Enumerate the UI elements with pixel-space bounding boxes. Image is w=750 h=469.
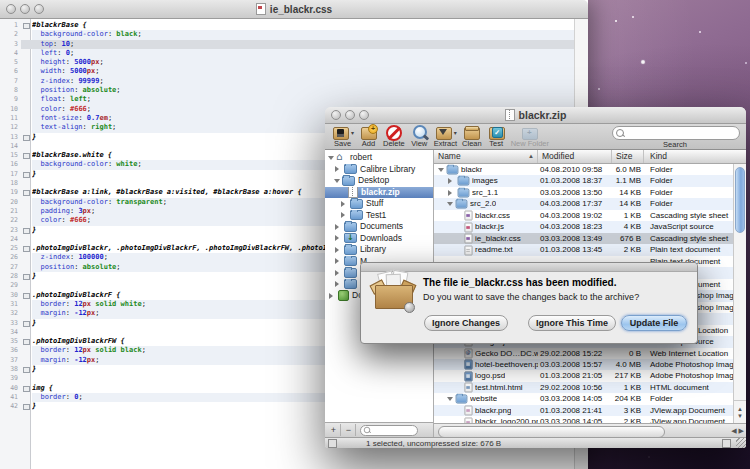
- disclosure-closed-icon[interactable]: [335, 258, 342, 264]
- toolbar-button-view[interactable]: View: [410, 125, 429, 149]
- resize-grip[interactable]: [736, 438, 746, 448]
- pane-toggle-icon[interactable]: [328, 439, 337, 448]
- cell-name: blackr: [434, 164, 538, 175]
- fold-marker-icon[interactable]: [23, 23, 30, 29]
- disclosure-open-icon[interactable]: [447, 397, 453, 404]
- disclosure-closed-icon[interactable]: [329, 293, 336, 299]
- fold-marker-icon[interactable]: [23, 339, 30, 345]
- archive-titlebar[interactable]: blackr.zip: [325, 107, 746, 124]
- close-button[interactable]: [6, 4, 16, 14]
- sidebar-item-blackr-zip[interactable]: blackr.zip: [325, 187, 433, 199]
- zoom-button[interactable]: [34, 4, 44, 14]
- fold-marker-icon[interactable]: [23, 404, 30, 410]
- search-input[interactable]: [624, 128, 738, 138]
- table-row-blackr-logo200-png[interactable]: blackr_logo200.png03.03.2008 14:052 KBJV…: [434, 416, 734, 423]
- line-number: 18: [0, 179, 21, 188]
- sidebar-item-downloads[interactable]: Downloads: [325, 233, 433, 245]
- disclosure-closed-icon[interactable]: [335, 281, 342, 287]
- minimize-button[interactable]: [345, 110, 355, 120]
- disclosure-open-icon[interactable]: [328, 156, 334, 163]
- disclosure-closed-icon[interactable]: [335, 247, 342, 253]
- disclosure-closed-icon[interactable]: [335, 224, 342, 230]
- table-row-hotel-beethoven-psd[interactable]: hotel-beethoven.psd03.03.2008 15:574.0 M…: [434, 359, 734, 370]
- disclosure-closed-icon[interactable]: [335, 270, 342, 276]
- table-row-logo-psd[interactable]: logo.psd01.03.2008 21:05217 KBAdobe Phot…: [434, 370, 734, 381]
- disclosure-closed-icon[interactable]: [341, 201, 348, 207]
- toolbar-button-extract[interactable]: ▾Extract: [434, 125, 457, 149]
- table-row-src-1-1[interactable]: src_1.103.03.2008 13:5014 KBFolder: [434, 187, 734, 198]
- table-row-src-2-0[interactable]: src_2.004.03.2008 17:3714 KBFolder: [434, 198, 734, 209]
- fold-marker-icon[interactable]: [23, 367, 30, 373]
- scroll-left-arrow-icon[interactable]: ◀: [731, 425, 736, 437]
- table-row-blackr[interactable]: blackr04.08.2010 09:586.0 MBFolder: [434, 164, 734, 175]
- column-header-kind[interactable]: Kind: [644, 150, 746, 163]
- fold-column: [21, 95, 32, 104]
- fold-marker-icon[interactable]: [23, 386, 30, 392]
- remove-favorite-button[interactable]: −: [342, 424, 356, 436]
- table-row-blackr-css[interactable]: blackr.css04.03.2008 19:021 KBCascading …: [434, 210, 734, 221]
- dropdown-caret-icon[interactable]: ▾: [351, 130, 354, 136]
- fold-marker-icon[interactable]: [23, 321, 30, 327]
- table-row-blackr-js[interactable]: blackr.js04.03.2008 18:234 KBJavaScript …: [434, 221, 734, 232]
- disclosure-closed-icon[interactable]: [341, 212, 348, 218]
- sidebar-item-calibre-library[interactable]: Calibre Library: [325, 164, 433, 176]
- disclosure-closed-icon[interactable]: [335, 235, 342, 241]
- ignore-this-time-button[interactable]: Ignore This Time: [528, 315, 616, 331]
- code-text: position: absolute;: [32, 86, 575, 95]
- scroll-down-arrow-icon[interactable]: ▼: [737, 413, 743, 419]
- table-row-blackr-png[interactable]: blackr.png01.03.2008 21:413 KBJView.app …: [434, 405, 734, 416]
- column-header-size[interactable]: Size: [612, 150, 644, 163]
- sidebar-filter-field[interactable]: [360, 425, 418, 436]
- toolbar-button-delete[interactable]: Delete: [383, 125, 405, 149]
- sidebar-item-desktop[interactable]: Desktop: [325, 175, 433, 187]
- fold-marker-icon[interactable]: [23, 293, 30, 299]
- table-row-ie-blackr-css[interactable]: ie_blackr.css03.03.2008 13:49676 BCascad…: [434, 233, 734, 244]
- column-header-modified[interactable]: Modified: [538, 150, 612, 163]
- scrollbar-thumb[interactable]: [735, 167, 745, 233]
- table-row-readme-txt[interactable]: readme.txt01.03.2008 13:452 KBPlain text…: [434, 244, 734, 255]
- update-file-button[interactable]: Update File: [621, 315, 687, 331]
- table-row-images[interactable]: images01.03.2008 18:371.1 MBFolder: [434, 175, 734, 186]
- search-field[interactable]: [612, 126, 740, 140]
- disclosure-closed-icon[interactable]: [448, 178, 455, 184]
- zoom-button[interactable]: [359, 110, 369, 120]
- line-number: 3: [0, 40, 21, 49]
- horizontal-scrollbar[interactable]: ◀ ▶: [434, 423, 746, 437]
- fold-marker-icon[interactable]: [23, 274, 30, 280]
- fold-marker-icon[interactable]: [23, 172, 30, 178]
- sidebar-item-stuff[interactable]: Stuff: [325, 198, 433, 210]
- vertical-scrollbar[interactable]: ▲ ▼: [733, 164, 746, 423]
- disclosure-open-icon[interactable]: [438, 168, 444, 175]
- dropdown-caret-icon[interactable]: ▾: [454, 130, 457, 136]
- toolbar-button-test[interactable]: Test: [487, 125, 506, 149]
- fold-marker-icon[interactable]: [23, 135, 30, 141]
- scrollbar-thumb[interactable]: [438, 426, 665, 438]
- minimize-button[interactable]: [20, 4, 30, 14]
- fold-marker-icon[interactable]: [23, 153, 30, 159]
- add-favorite-button[interactable]: +: [327, 424, 341, 436]
- toolbar-button-clean[interactable]: Clean: [462, 125, 482, 149]
- ignore-changes-button[interactable]: Ignore Changes: [424, 315, 508, 331]
- sidebar-item-library[interactable]: Library: [325, 244, 433, 256]
- sidebar-item-robert[interactable]: robert: [325, 152, 433, 164]
- pane-toggle-icon[interactable]: [722, 439, 731, 448]
- table-row-test-html-html[interactable]: test.html.html29.02.2008 10:561 KBHTML d…: [434, 382, 734, 393]
- toolbar-button-save[interactable]: ▾Save: [331, 125, 354, 149]
- scroll-right-arrow-icon[interactable]: ▶: [739, 425, 744, 437]
- table-row-gecko-do-dc-webloc[interactable]: Gecko DO…DC.webloc29.02.2008 15:220 BWeb…: [434, 348, 734, 359]
- fold-marker-icon[interactable]: [23, 190, 30, 196]
- column-header-name[interactable]: Name: [434, 150, 538, 163]
- disclosure-open-icon[interactable]: [334, 179, 340, 186]
- scroll-up-arrow-icon[interactable]: ▲: [737, 406, 743, 412]
- fold-marker-icon[interactable]: [23, 246, 30, 252]
- close-button[interactable]: [331, 110, 341, 120]
- disclosure-open-icon[interactable]: [447, 202, 453, 209]
- editor-titlebar[interactable]: ie_blackr.css: [0, 0, 588, 19]
- disclosure-closed-icon[interactable]: [335, 166, 342, 172]
- fold-marker-icon[interactable]: [23, 228, 30, 234]
- toolbar-button-add[interactable]: Add: [359, 125, 378, 149]
- table-row-website[interactable]: website03.03.2008 14:05204 KBFolder: [434, 393, 734, 404]
- sidebar-item-test1[interactable]: Test1: [325, 210, 433, 222]
- sidebar-item-documents[interactable]: Documents: [325, 221, 433, 233]
- disclosure-closed-icon[interactable]: [448, 190, 455, 196]
